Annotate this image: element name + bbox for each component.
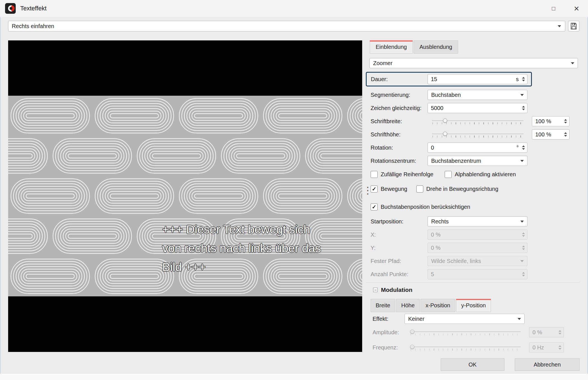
collapse-icon[interactable]: − <box>373 288 378 292</box>
segmentierung-select[interactable]: Buchstaben <box>428 90 527 100</box>
segmentierung-row: Segmentierung: Buchstaben <box>366 90 580 100</box>
segmentierung-label: Segmentierung: <box>371 92 428 98</box>
tab-ausblendung-label: Ausblendung <box>419 44 452 50</box>
rotation-label: Rotation: <box>371 145 428 151</box>
zeichen-label: Zeichen gleichzeitig: <box>371 105 428 111</box>
overlay-text-line: +++ Dieser Text bewegt sich <box>162 220 321 239</box>
checkbox-label: Buchstabenposition berücksichtigen <box>381 204 470 210</box>
checkbox-icon: ✓ <box>416 186 423 193</box>
ok-button-label: OK <box>468 361 477 368</box>
slider-track <box>410 331 521 332</box>
ok-button[interactable]: OK <box>441 358 504 371</box>
slider-thumb <box>410 345 414 349</box>
zeichen-input[interactable]: 5000 <box>428 103 527 113</box>
tab-hoehe-label: Höhe <box>401 302 415 309</box>
preset-select[interactable]: Rechts einfahren <box>8 21 565 31</box>
checkbox-label: Alphablending aktivieren <box>455 171 516 178</box>
zeichen-spinner[interactable] <box>522 106 525 110</box>
dauer-spinner[interactable] <box>522 77 525 81</box>
dauer-unit: s <box>516 76 519 83</box>
checkmark-icon: ✓ <box>372 186 376 192</box>
checkbox-zufaellige-reihenfolge[interactable]: ✓ Zufällige Reihenfolge <box>371 171 433 178</box>
tab-einblendung[interactable]: Einblendung <box>370 40 413 54</box>
x-spinner <box>522 232 525 237</box>
startposition-select[interactable]: Rechts <box>428 216 527 226</box>
checkbox-alphablending[interactable]: ✓ Alphablending aktivieren <box>445 171 516 178</box>
chevron-down-icon <box>571 62 574 64</box>
modulation-tabs: Breite Höhe x-Position y-Position <box>371 299 580 312</box>
texteffekt-dialog: Texteffekt □ × Rechts einfahren <box>0 0 588 380</box>
tab-hoehe[interactable]: Höhe <box>396 299 420 312</box>
schrifthoehe-slider[interactable] <box>432 130 523 139</box>
spin-up-icon <box>522 232 525 234</box>
frequenz-label: Frequenz: <box>373 344 410 351</box>
effect-type-value: Zoomer <box>373 60 571 67</box>
spin-up-icon <box>522 145 525 147</box>
frequenz-value-input: 0 Hz <box>529 342 564 352</box>
dauer-focus-highlight: Dauer: 15 s <box>366 72 532 86</box>
chevron-down-icon <box>520 221 524 223</box>
spin-up-icon <box>559 345 561 347</box>
schrifthoehe-spinner[interactable] <box>564 132 567 137</box>
anzahl-punkte-input: 5 <box>428 269 527 279</box>
tab-y-position[interactable]: y-Position <box>456 299 491 312</box>
checkbox-row-1: ✓ Zufällige Reihenfolge ✓ Alphablending … <box>366 170 580 178</box>
tab-y-position-label: y-Position <box>461 302 486 309</box>
spin-down-icon <box>559 333 561 335</box>
tab-breite-label: Breite <box>376 302 390 309</box>
settings-panel: Einblendung Ausblendung Zoomer Dauer: 15… <box>366 40 580 353</box>
amplitude-slider <box>410 328 521 336</box>
checkbox-drehe-in-bewegungsrichtung[interactable]: ✓ Drehe in Bewegungsrichtung <box>416 186 499 193</box>
checkmark-icon: ✓ <box>372 204 376 210</box>
effekt-select[interactable]: Keiner <box>405 314 525 324</box>
schriftbreite-value-input[interactable]: 100 % <box>532 116 569 126</box>
rotation-input[interactable]: 0 ° <box>428 143 527 153</box>
maximize-button[interactable]: □ <box>545 0 562 17</box>
effect-type-select[interactable]: Zoomer <box>369 58 578 68</box>
spin-down-icon <box>522 109 525 110</box>
overlay-text-line: von rechts nach links über das <box>162 239 321 258</box>
checkbox-bewegung[interactable]: ✓ Bewegung <box>371 186 407 193</box>
schrifthoehe-value-input[interactable]: 100 % <box>532 129 569 139</box>
schriftbreite-slider[interactable] <box>432 117 523 125</box>
maximize-icon: □ <box>552 5 555 12</box>
dauer-label: Dauer: <box>371 76 428 83</box>
tab-breite[interactable]: Breite <box>371 299 395 312</box>
slider-track <box>410 347 521 347</box>
window-title: Texteffekt <box>20 0 47 17</box>
dauer-input[interactable]: 15 s <box>428 74 527 84</box>
anzahl-punkte-row: Anzahl Punkte: 5 <box>366 269 580 279</box>
save-preset-button[interactable] <box>568 21 579 31</box>
chevron-down-icon <box>520 260 524 262</box>
amplitude-label: Amplitude: <box>373 329 410 336</box>
rotation-spinner[interactable] <box>522 145 525 150</box>
schriftbreite-spinner[interactable] <box>564 119 567 123</box>
slider-thumb[interactable] <box>443 118 447 123</box>
cancel-button[interactable]: Abbrechen <box>515 358 580 371</box>
tab-x-position[interactable]: x-Position <box>421 299 455 312</box>
preview-canvas: +++ Dieser Text bewegt sich von rechts n… <box>8 40 362 352</box>
checkbox-icon: ✓ <box>445 171 452 178</box>
slider-thumb[interactable] <box>443 132 447 136</box>
fade-tabs: Einblendung Ausblendung <box>370 40 580 54</box>
overlay-text-line: Bild +++ <box>162 258 321 276</box>
slider-ticks <box>411 333 520 335</box>
checkbox-buchstabenposition[interactable]: ✓ Buchstabenposition berücksichtigen <box>371 203 470 210</box>
fester-pfad-select: Wilde Schleife, links <box>428 256 527 266</box>
amplitude-value: 0 % <box>532 329 559 336</box>
spin-up-icon <box>559 330 561 332</box>
rotationszentrum-select[interactable]: Buchstabenzentrum <box>428 156 527 166</box>
minus-glyph: − <box>374 288 376 292</box>
chevron-down-icon <box>558 25 561 27</box>
fester-pfad-label: Fester Pfad: <box>371 258 428 264</box>
schriftbreite-row: Schriftbreite: 100 % <box>366 116 580 126</box>
checkbox-icon: ✓ <box>371 186 378 193</box>
frequenz-spinner <box>559 345 561 350</box>
spin-up-icon <box>564 119 567 121</box>
tab-ausblendung[interactable]: Ausblendung <box>414 40 458 54</box>
spin-up-icon <box>564 132 567 134</box>
anzahl-punkte-value: 5 <box>431 271 522 278</box>
modulation-header[interactable]: − Modulation <box>366 286 580 294</box>
anzahl-punkte-label: Anzahl Punkte: <box>371 271 428 278</box>
close-button[interactable]: × <box>568 0 585 17</box>
